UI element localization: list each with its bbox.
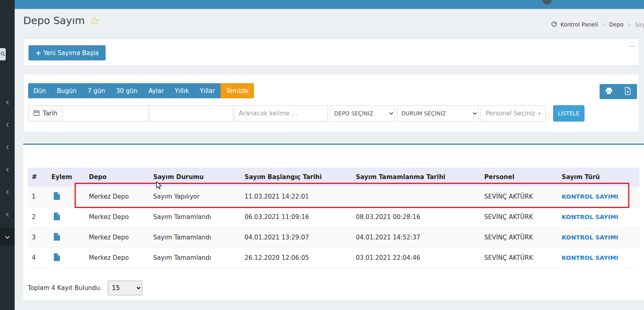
sidebar-item-1[interactable] xyxy=(0,94,15,112)
range-button-7days[interactable]: 7 gün xyxy=(82,83,111,98)
plus-icon: + xyxy=(35,49,41,57)
header-personnel: Personel xyxy=(480,168,558,186)
header-start-date: Sayım Başlangıç Tarihi xyxy=(240,168,352,186)
chevron-left-icon xyxy=(6,166,9,174)
row-detail-button[interactable] xyxy=(53,253,60,263)
new-count-label: Yeni Sayıma Başla xyxy=(43,49,99,57)
cell-end: 03.01.2021 22:04:46 xyxy=(352,248,480,268)
table-row: 2 Merkez Depo Sayım Tamamlandı 06.03.202… xyxy=(28,207,640,227)
cell-start: 11.03.2021 14:22:01 xyxy=(240,186,352,207)
sidebar-item-active[interactable] xyxy=(0,228,15,246)
cell-start: 04.01.2021 13:29:07 xyxy=(240,227,352,248)
clear-filter-button[interactable]: Temizle xyxy=(221,83,254,98)
date-filter-group: Tarih xyxy=(28,105,148,122)
actions-panel: + Yeni Sayıma Başla — xyxy=(23,39,639,66)
collapse-panel-button[interactable]: — xyxy=(629,42,635,49)
range-button-yesterday[interactable]: Dün xyxy=(28,83,52,98)
cell-depo: Merkez Depo xyxy=(85,227,149,248)
cell-status: Sayım Tamamlandı xyxy=(149,227,240,248)
date-range-button-group: Dün Bugün 7 gün 30 gün Aylar Yıllık Yıll… xyxy=(28,83,254,98)
filter-inputs-row: Tarih DEPO SEÇİNİZ DURUM SEÇİNİZ Persone… xyxy=(28,105,584,122)
caret-down-icon: ▾ xyxy=(538,111,540,116)
file-icon xyxy=(53,195,60,202)
date-start-input[interactable] xyxy=(63,106,148,121)
sidebar-item-2[interactable] xyxy=(0,116,15,134)
calendar-icon xyxy=(33,110,40,117)
chevron-left-icon xyxy=(6,144,9,152)
sidebar-item-5[interactable] xyxy=(0,184,15,202)
sidebar-item-6[interactable] xyxy=(0,206,15,224)
list-button[interactable]: LİSTELE xyxy=(553,105,584,122)
table-header-row: # Eylem Depo Sayım Durumu Sayım Başlangı… xyxy=(28,168,640,186)
chevron-down-icon xyxy=(4,233,10,241)
personnel-select-label: Personel Seçiniz xyxy=(486,110,535,117)
warehouse-select[interactable]: DEPO SEÇİNİZ xyxy=(330,105,395,122)
sidebar-item-4[interactable] xyxy=(0,161,15,179)
chevron-left-icon xyxy=(6,189,9,197)
count-type-link[interactable]: KONTROL SAYIMI xyxy=(562,255,618,261)
table-row: 3 Merkez Depo Sayım Tamamlandı 04.01.202… xyxy=(28,227,640,248)
export-button-group xyxy=(600,84,637,99)
date-addon: Tarih xyxy=(29,106,63,121)
row-detail-button[interactable] xyxy=(53,212,60,222)
row-detail-button[interactable] xyxy=(53,192,60,202)
range-button-30days[interactable]: 30 gün xyxy=(111,83,143,98)
cell-end: 08.03.2021 00:28:16 xyxy=(352,207,480,227)
print-button[interactable] xyxy=(600,84,618,99)
range-button-today[interactable]: Bugün xyxy=(52,83,82,98)
cell-status: Sayım Tamamlandı xyxy=(149,207,240,227)
file-icon xyxy=(53,236,60,242)
cell-personnel: SEVİNÇ AKTÜRK xyxy=(480,186,558,207)
header-count-type: Sayım Türü xyxy=(558,168,640,186)
range-button-yearly[interactable]: Yıllık xyxy=(170,83,195,98)
range-button-months[interactable]: Aylar xyxy=(143,83,170,98)
counts-table: # Eylem Depo Sayım Durumu Sayım Başlangı… xyxy=(28,168,640,268)
cell-start: 26.12.2020 12:06:05 xyxy=(240,248,352,268)
cell-num: 3 xyxy=(28,227,47,248)
filters-panel: Dün Bugün 7 gün 30 gün Aylar Yıllık Yıll… xyxy=(23,74,639,132)
breadcrumb-separator: > xyxy=(601,21,606,28)
personnel-select[interactable]: Personel Seçiniz ▾ xyxy=(481,105,546,122)
header-status: Sayım Durumu xyxy=(149,168,240,186)
breadcrumb-separator: > xyxy=(627,21,631,28)
status-select[interactable]: DURUM SEÇİNİZ xyxy=(397,105,479,122)
breadcrumb-home[interactable]: Kontrol Paneli xyxy=(560,21,598,28)
excel-export-button[interactable] xyxy=(618,84,637,99)
cell-num: 2 xyxy=(28,207,47,227)
breadcrumb-section[interactable]: Depo xyxy=(609,21,624,28)
chevron-left-icon xyxy=(6,211,9,219)
breadcrumb: Kontrol Paneli > Depo > Sayım xyxy=(551,21,644,28)
cell-depo: Merkez Depo xyxy=(85,207,149,227)
page-root: { "page": { "title": "Depo Sayım" }, "br… xyxy=(0,0,644,310)
range-button-years[interactable]: Yıllar xyxy=(194,83,221,98)
count-type-link[interactable]: KONTROL SAYIMI xyxy=(562,193,618,200)
cell-end: 04.01.2021 14:52:37 xyxy=(352,227,480,248)
header-end-date: Sayım Tamamlanma Tarihi xyxy=(352,168,480,186)
favorite-star-icon[interactable]: ☆ xyxy=(90,15,99,26)
keyword-search-input[interactable] xyxy=(234,105,328,122)
cell-personnel: SEVİNÇ AKTÜRK xyxy=(480,207,558,227)
date-end-input[interactable] xyxy=(149,105,233,122)
cell-num: 4 xyxy=(28,248,47,268)
header-num: # xyxy=(28,168,47,186)
table-row: 4 Merkez Depo Sayım Tamamlandı 26.12.202… xyxy=(28,248,640,268)
count-type-link[interactable]: KONTROL SAYIMI xyxy=(562,214,618,220)
header-action: Eylem xyxy=(47,168,85,186)
table-row: 1 Merkez Depo Sayım Yapılıyor 11.03.2021… xyxy=(28,186,640,207)
cell-start: 06.03.2021 11:09:16 xyxy=(240,207,352,227)
cell-depo: Merkez Depo xyxy=(85,248,149,268)
sidebar-item-3[interactable] xyxy=(0,139,15,157)
sidebar-search-toggle[interactable] xyxy=(0,48,6,60)
header-depo: Depo xyxy=(85,168,149,186)
cell-personnel: SEVİNÇ AKTÜRK xyxy=(480,227,558,248)
page-header: Depo Sayım ☆ xyxy=(23,15,99,27)
dashboard-icon xyxy=(551,21,557,28)
excel-file-icon xyxy=(624,87,631,96)
total-records-text: Toplam 4 Kayıt Bulundu. xyxy=(28,284,102,292)
row-detail-button[interactable] xyxy=(53,232,60,242)
file-icon xyxy=(53,257,60,263)
count-type-link[interactable]: KONTROL SAYIMI xyxy=(562,234,618,241)
chevron-left-icon xyxy=(6,99,9,107)
page-size-select[interactable]: 15 xyxy=(108,281,142,295)
new-count-button[interactable]: + Yeni Sayıma Başla xyxy=(29,45,106,60)
